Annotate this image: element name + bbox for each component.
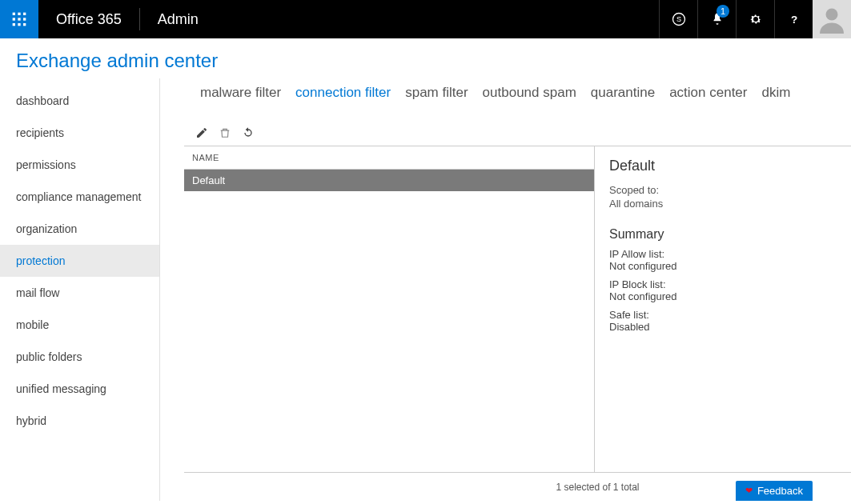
refresh-icon xyxy=(242,126,255,139)
scope-value: All domains xyxy=(609,198,837,210)
sidebar-item-recipients[interactable]: recipients xyxy=(0,117,159,149)
main-layout: dashboardrecipientspermissionscompliance… xyxy=(0,78,851,501)
table-row[interactable]: Default xyxy=(184,170,594,191)
svg-rect-1 xyxy=(18,13,20,15)
footer-bar: 1 selected of 1 total ❤ Feedback xyxy=(184,472,851,501)
svg-point-12 xyxy=(826,9,838,21)
selection-status: 1 selected of 1 total xyxy=(556,482,639,493)
brand-link[interactable]: Office 365 xyxy=(38,0,139,38)
svg-text:S: S xyxy=(676,15,680,23)
sidebar-item-unified-messaging[interactable]: unified messaging xyxy=(0,373,159,405)
heart-icon: ❤ xyxy=(745,486,753,496)
avatar-icon xyxy=(817,5,846,34)
svg-rect-8 xyxy=(23,23,26,26)
summary-heading: Summary xyxy=(609,227,837,242)
sidebar-item-dashboard[interactable]: dashboard xyxy=(0,85,159,117)
pencil-icon xyxy=(195,126,208,139)
notification-badge: 1 xyxy=(717,5,729,18)
tab-connection-filter[interactable]: connection filter xyxy=(295,85,391,101)
block-list-value: Not configured xyxy=(609,290,837,302)
table-column: NAME Default xyxy=(184,146,595,472)
top-bar: Office 365 Admin S 1 ? xyxy=(0,0,851,38)
tab-bar: malware filterconnection filterspam filt… xyxy=(184,82,851,117)
svg-rect-6 xyxy=(13,23,15,26)
svg-text:?: ? xyxy=(790,14,797,26)
feedback-label: Feedback xyxy=(757,485,803,497)
skype-icon: S xyxy=(671,11,687,27)
tab-malware-filter[interactable]: malware filter xyxy=(200,85,281,101)
gear-icon xyxy=(749,12,763,26)
table-area: NAME Default Default Scoped to: All doma… xyxy=(184,146,851,472)
allow-list-label: IP Allow list: xyxy=(609,248,837,260)
sidebar-item-hybrid[interactable]: hybrid xyxy=(0,405,159,437)
svg-rect-4 xyxy=(18,18,20,20)
tab-spam-filter[interactable]: spam filter xyxy=(405,85,468,101)
waffle-icon xyxy=(11,11,27,27)
sidebar-item-mail-flow[interactable]: mail flow xyxy=(0,277,159,309)
top-spacer xyxy=(216,0,659,38)
main-content: malware filterconnection filterspam filt… xyxy=(160,78,851,501)
svg-rect-7 xyxy=(18,23,20,26)
delete-button[interactable] xyxy=(219,126,231,139)
notifications-button[interactable]: 1 xyxy=(697,0,736,38)
svg-rect-2 xyxy=(23,13,26,15)
toolbar xyxy=(184,117,851,146)
sidebar-item-public-folders[interactable]: public folders xyxy=(0,341,159,373)
help-icon: ? xyxy=(787,12,801,26)
svg-rect-5 xyxy=(23,18,26,20)
safe-list-value: Disabled xyxy=(609,321,837,333)
allow-list-value: Not configured xyxy=(609,260,837,272)
scope-label: Scoped to: xyxy=(609,184,837,196)
table-header-name[interactable]: NAME xyxy=(184,146,594,170)
app-name: Admin xyxy=(140,0,216,38)
safe-list-label: Safe list: xyxy=(609,309,837,321)
sidebar-item-permissions[interactable]: permissions xyxy=(0,149,159,181)
app-launcher-button[interactable] xyxy=(0,0,38,38)
edit-button[interactable] xyxy=(195,126,208,139)
sidebar-item-organization[interactable]: organization xyxy=(0,213,159,245)
settings-button[interactable] xyxy=(736,0,774,38)
sidebar: dashboardrecipientspermissionscompliance… xyxy=(0,78,160,501)
feedback-button[interactable]: ❤ Feedback xyxy=(736,481,813,501)
sidebar-item-mobile[interactable]: mobile xyxy=(0,309,159,341)
help-button[interactable]: ? xyxy=(774,0,813,38)
tab-quarantine[interactable]: quarantine xyxy=(591,85,655,101)
block-list-label: IP Block list: xyxy=(609,278,837,290)
page-title: Exchange admin center xyxy=(0,38,851,78)
detail-pane: Default Scoped to: All domains Summary I… xyxy=(595,146,851,472)
trash-icon xyxy=(219,126,231,139)
sidebar-item-compliance-management[interactable]: compliance management xyxy=(0,181,159,213)
tab-outbound-spam[interactable]: outbound spam xyxy=(483,85,576,101)
svg-rect-0 xyxy=(13,13,15,15)
profile-button[interactable] xyxy=(813,0,851,38)
detail-title: Default xyxy=(609,158,837,174)
svg-rect-3 xyxy=(13,18,15,20)
refresh-button[interactable] xyxy=(242,126,255,139)
tab-action-center[interactable]: action center xyxy=(669,85,747,101)
sidebar-item-protection[interactable]: protection xyxy=(0,245,159,277)
skype-button[interactable]: S xyxy=(659,0,697,38)
tab-dkim[interactable]: dkim xyxy=(761,85,790,101)
